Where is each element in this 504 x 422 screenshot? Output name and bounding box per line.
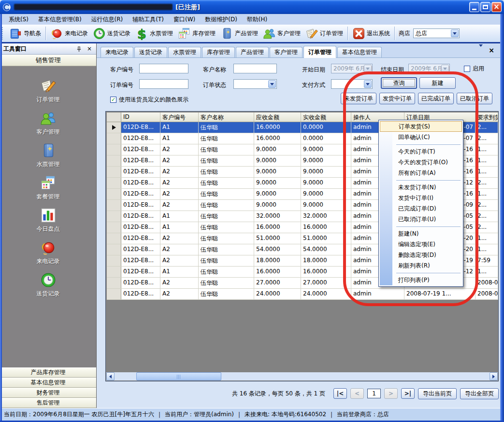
row-selector-cell[interactable] [107, 200, 121, 211]
enable-checkbox[interactable] [464, 66, 470, 72]
chevron-down-icon[interactable] [441, 65, 449, 72]
minimize-button[interactable] [469, 2, 479, 12]
row-selector-cell[interactable] [107, 233, 121, 244]
context-menu-item-17[interactable]: 打印列表(P) [380, 275, 462, 285]
tab-5[interactable]: 客户管理 [270, 47, 302, 57]
menu-item-3[interactable]: 辅助工具(T) [128, 14, 169, 25]
row-selector-cell[interactable] [107, 244, 121, 255]
sidebar-item-3[interactable]: 套餐管理 [37, 175, 60, 201]
toolbar-button-2[interactable]: 送货记录 [90, 26, 133, 41]
sidebar-close-icon[interactable]: × [86, 45, 93, 52]
query-button[interactable]: 查询 [381, 77, 417, 89]
toolbar-grip[interactable] [2, 27, 5, 40]
row-selector-cell[interactable] [107, 211, 121, 222]
row-selector-cell[interactable] [107, 122, 121, 133]
toolbar-button-0[interactable]: 导航条 [7, 26, 43, 41]
scrollbar-thumb[interactable] [136, 372, 221, 380]
close-button[interactable]: × [491, 2, 502, 12]
tab-1[interactable]: 送货记录 [134, 47, 167, 57]
table-row[interactable]: 012D-E8...A2伍华聪24.000024.0000admin2008-0… [107, 289, 498, 300]
menu-item-2[interactable]: 运行信息(R) [86, 14, 128, 25]
export-all-pages-button[interactable]: 导出全部页 [460, 388, 499, 399]
order-no-input[interactable] [139, 79, 188, 89]
sidebar-item-6[interactable]: 送货记录 [37, 272, 60, 298]
tab-7[interactable]: 基本信息管理 [337, 47, 382, 57]
context-menu-item-1[interactable]: 回单确认(C) [380, 132, 462, 142]
status-filter-button-1[interactable]: 发货中订单 [379, 93, 415, 104]
sidebar-item-5[interactable]: 来电记录 [37, 239, 60, 266]
start-date-picker[interactable]: 2009年 6月 8日 [331, 64, 373, 73]
horizontal-scrollbar[interactable] [106, 372, 498, 380]
last-page-button[interactable]: >| [401, 388, 415, 399]
row-selector-cell[interactable] [107, 267, 121, 277]
next-page-button[interactable]: > [384, 388, 398, 399]
menu-item-5[interactable]: 数据维护(D) [200, 14, 242, 25]
export-current-page-button[interactable]: 导出当前页 [418, 388, 457, 399]
scrollbar-track[interactable] [115, 372, 490, 380]
sidebar-group-2[interactable]: 财务管理 [0, 388, 96, 398]
sidebar-item-4[interactable]: 今日盘点 [37, 207, 60, 233]
prev-page-button[interactable]: < [350, 388, 364, 399]
column-header-2[interactable]: 客户名称 [199, 113, 254, 122]
context-menu-item-0[interactable]: 订单发货(S) [380, 121, 462, 132]
customer-no-input[interactable] [139, 64, 188, 73]
column-header-1[interactable]: 客户编号 [160, 113, 199, 122]
row-selector-cell[interactable] [107, 144, 121, 155]
toolbar-button-7[interactable]: 订单管理 [303, 26, 346, 41]
pay-method-select[interactable] [331, 79, 373, 89]
page-number-input[interactable]: 1 [367, 389, 381, 398]
context-menu-item-13[interactable]: 编辑选定项(E) [380, 239, 462, 250]
shop-combobox[interactable]: 总店 [413, 28, 460, 38]
row-selector-cell[interactable] [107, 133, 121, 144]
scroll-left-icon[interactable] [106, 372, 115, 380]
first-page-button[interactable]: |< [333, 388, 347, 399]
tab-0[interactable]: 来电记录 [101, 47, 133, 57]
toolbar-button-1[interactable]: 来电记录 [48, 26, 90, 41]
delivery-color-checkbox[interactable]: ✓ [110, 97, 116, 103]
sidebar-group-sales[interactable]: 销售管理 [0, 55, 96, 66]
context-menu-item-5[interactable]: 所有的订单(A) [380, 168, 462, 178]
column-header-7[interactable]: 要求到货日期 [475, 113, 498, 122]
menu-item-1[interactable]: 基本信息管理(B) [33, 14, 86, 25]
sidebar-item-2[interactable]: 水票管理 [37, 142, 60, 169]
sidebar-group-3[interactable]: 售后管理 [0, 398, 96, 408]
context-menu-item-7[interactable]: 未发货订单(N) [380, 182, 462, 193]
new-button[interactable]: 新建 [419, 77, 456, 89]
column-header-0[interactable]: ID [121, 113, 160, 122]
context-menu-item-14[interactable]: 删除选定项(D) [380, 250, 462, 260]
column-header-3[interactable]: 应收金额 [254, 113, 301, 122]
sidebar-group-1[interactable]: 基本信息管理 [0, 378, 96, 388]
pin-icon[interactable] [75, 45, 82, 52]
maximize-button[interactable] [480, 2, 490, 12]
sidebar-group-0[interactable]: 产品库存管理 [0, 367, 96, 378]
row-selector-cell[interactable] [107, 178, 121, 188]
toolbar-button-3[interactable]: 水票管理 [133, 26, 175, 41]
menu-item-6[interactable]: 帮助(H) [242, 14, 272, 25]
menu-item-4[interactable]: 窗口(W) [169, 14, 200, 25]
chevron-down-icon[interactable] [268, 80, 276, 88]
toolbar-button-5[interactable]: 产品管理 [218, 26, 260, 41]
sidebar-item-0[interactable]: 订单管理 [37, 78, 60, 104]
context-menu-item-9[interactable]: 已完成订单(D) [380, 203, 462, 214]
scroll-right-icon[interactable] [490, 372, 498, 380]
status-filter-button-2[interactable]: 已完成订单 [418, 93, 454, 104]
order-status-select[interactable] [233, 79, 277, 89]
tab-2[interactable]: 水票管理 [168, 47, 201, 57]
chevron-down-icon[interactable] [364, 65, 372, 72]
context-menu-item-8[interactable]: 发货中订单(I) [380, 193, 462, 203]
row-selector-cell[interactable] [107, 189, 121, 199]
toolbar-button-4[interactable]: 库存管理 [175, 26, 218, 41]
chevron-down-icon[interactable] [451, 29, 459, 37]
toolbar-button-6[interactable]: 客户管理 [260, 26, 303, 41]
end-date-picker[interactable]: 2009年 6月 8日 [408, 64, 450, 73]
row-selector-cell[interactable] [107, 167, 121, 177]
status-filter-button-3[interactable]: 已取消订单 [457, 93, 492, 104]
chevron-down-icon[interactable] [364, 80, 372, 88]
context-menu-item-15[interactable]: 刷新列表(R) [380, 260, 462, 271]
context-menu-item-10[interactable]: 已取消订单(U) [380, 214, 462, 225]
column-header-4[interactable]: 实收金额 [301, 113, 351, 122]
customer-name-input[interactable] [233, 64, 277, 73]
row-selector-cell[interactable] [107, 289, 121, 299]
tab-6[interactable]: 订单管理 [303, 46, 336, 58]
tab-list-dropdown-icon[interactable] [479, 47, 483, 54]
